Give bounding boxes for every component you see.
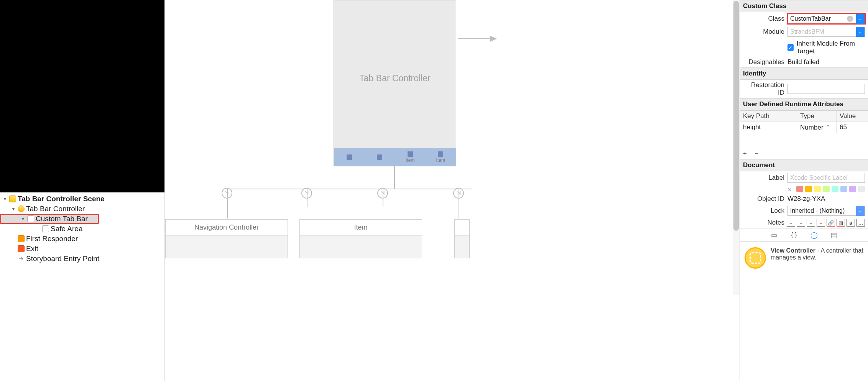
outline-safe-area-row[interactable]: Safe Area bbox=[0, 224, 164, 234]
card-title bbox=[455, 220, 469, 236]
align-center-icon[interactable]: ≡ bbox=[797, 219, 805, 227]
card-body bbox=[455, 236, 469, 258]
tabbar-controller-icon bbox=[18, 205, 25, 212]
library-item-title: View Controller bbox=[771, 247, 815, 254]
label-color-swatches[interactable] bbox=[740, 184, 868, 194]
align-right-icon[interactable]: ≡ bbox=[807, 219, 815, 227]
more-icon[interactable]: … bbox=[856, 219, 865, 227]
scrollbar-track[interactable] bbox=[733, 0, 740, 295]
class-label: Class bbox=[743, 15, 784, 23]
item-controller-card[interactable] bbox=[454, 219, 470, 258]
col-value: Value bbox=[837, 111, 868, 122]
inherit-label: Inherit Module From Target bbox=[797, 40, 865, 55]
section-identity: Identity bbox=[740, 67, 868, 80]
file-template-icon[interactable]: ▭ bbox=[769, 230, 779, 240]
module-field[interactable]: StrandsBFM ⌄ bbox=[787, 27, 865, 37]
disclosure-icon[interactable] bbox=[2, 196, 8, 202]
col-type: Type bbox=[797, 111, 837, 122]
class-value: CustomTabBar bbox=[790, 15, 831, 22]
color-swatch[interactable] bbox=[858, 186, 865, 192]
color-swatch[interactable] bbox=[796, 186, 803, 192]
tab-item-icon bbox=[408, 151, 413, 157]
cell-keypath[interactable]: height bbox=[740, 122, 797, 133]
tab-item-label: Item bbox=[436, 158, 445, 163]
disclosure-icon[interactable] bbox=[20, 216, 26, 222]
scrollbar-thumb[interactable] bbox=[733, 1, 739, 231]
inherit-row[interactable]: ✓ Inherit Module From Target bbox=[740, 38, 868, 57]
tab-bar-item[interactable]: Item bbox=[395, 148, 426, 166]
tab-item-icon bbox=[377, 154, 382, 160]
color-swatch[interactable] bbox=[805, 186, 812, 192]
scene-preview bbox=[0, 0, 164, 192]
tab-bar-item[interactable] bbox=[365, 148, 395, 166]
table-row[interactable]: height Number ⌃ 65 bbox=[740, 122, 868, 133]
code-snippet-icon[interactable]: { } bbox=[789, 230, 799, 240]
custom-tab-bar[interactable]: Item Item bbox=[334, 148, 456, 166]
notes-format-icons[interactable]: ≡ ≡ ≡ ≡ 🔗 ▨ a … bbox=[787, 219, 865, 227]
font-icon[interactable]: a bbox=[847, 219, 855, 227]
outline-tree[interactable]: Tab Bar Controller Scene Tab Bar Control… bbox=[0, 192, 164, 381]
dropdown-caret-icon[interactable]: ⌄ bbox=[856, 27, 865, 37]
media-library-icon[interactable]: ▤ bbox=[829, 230, 838, 240]
lock-field[interactable]: Inherited - (Nothing) ⌄ bbox=[787, 206, 865, 216]
swatch-none-icon[interactable] bbox=[787, 186, 794, 192]
object-library-icon[interactable]: ◯ bbox=[809, 230, 819, 240]
library-tabs[interactable]: ▭ { } ◯ ▤ bbox=[740, 228, 868, 242]
link-icon[interactable]: 🔗 bbox=[827, 219, 835, 227]
outline-custom-tabbar-row[interactable]: Custom Tab Bar bbox=[0, 214, 99, 224]
outline-exit-row[interactable]: Exit bbox=[0, 244, 164, 254]
outline-scene-label: Tab Bar Controller Scene bbox=[18, 195, 105, 203]
color-swatch[interactable] bbox=[840, 186, 847, 192]
outline-first-responder-row[interactable]: First Responder bbox=[0, 234, 164, 244]
library-item-viewcontroller[interactable]: View Controller - A controller that mana… bbox=[740, 242, 868, 274]
dropdown-caret-icon[interactable]: ⌄ bbox=[856, 206, 865, 216]
tabbar-controller-scene[interactable]: Tab Bar Controller Item Item bbox=[334, 0, 456, 166]
runtime-attrs-table[interactable]: Key Path Type Value height Number ⌃ 65 bbox=[740, 110, 868, 148]
doc-label-placeholder: Xcode Specific Label bbox=[790, 174, 847, 181]
color-swatch[interactable] bbox=[823, 186, 830, 192]
cell-type[interactable]: Number ⌃ bbox=[797, 122, 837, 133]
scene-title: Tab Bar Controller bbox=[334, 73, 456, 84]
outline-tbc-row[interactable]: Tab Bar Controller bbox=[0, 204, 164, 214]
nav-controller-card[interactable]: Navigation Controller bbox=[165, 219, 288, 258]
inherit-checkbox[interactable]: ✓ bbox=[787, 44, 794, 51]
lock-row: Lock Inherited - (Nothing) ⌄ bbox=[740, 204, 868, 217]
card-title: Navigation Controller bbox=[166, 220, 288, 236]
color-swatch[interactable] bbox=[814, 186, 821, 192]
designables-value: Build failed bbox=[787, 58, 819, 66]
restoration-field[interactable] bbox=[787, 84, 865, 94]
segue-line bbox=[226, 189, 472, 189]
outline-item-label: Tab Bar Controller bbox=[26, 205, 85, 213]
color-swatch[interactable] bbox=[832, 186, 838, 192]
clear-icon[interactable]: → bbox=[847, 16, 853, 22]
restoration-label: Restoration ID bbox=[743, 81, 784, 97]
object-id-row: Object ID W28-zg-YXA bbox=[740, 194, 868, 204]
add-remove-buttons[interactable]: + − bbox=[740, 148, 868, 159]
tab-bar-item[interactable] bbox=[334, 148, 365, 166]
ib-canvas[interactable]: Tab Bar Controller Item Item ⇲ ⇲ ⇲ ⇲ Nav… bbox=[165, 0, 740, 381]
align-justify-icon[interactable]: ≡ bbox=[817, 219, 825, 227]
object-id-value: W28-zg-YXA bbox=[787, 195, 825, 203]
color-swatch[interactable] bbox=[849, 186, 856, 192]
designables-label: Designables bbox=[743, 58, 784, 66]
outline-entry-point-row[interactable]: Storyboard Entry Point bbox=[0, 254, 164, 264]
notes-label: Notes bbox=[743, 219, 784, 227]
item-controller-card[interactable]: Item bbox=[299, 219, 422, 258]
align-left-icon[interactable]: ≡ bbox=[787, 219, 795, 227]
dropdown-caret-icon[interactable]: ⌄ bbox=[856, 14, 865, 24]
lock-value: Inherited - (Nothing) bbox=[790, 207, 845, 214]
outline-item-label: First Responder bbox=[26, 235, 78, 243]
tab-bar-item[interactable]: Item bbox=[426, 148, 456, 166]
outline-scene-row[interactable]: Tab Bar Controller Scene bbox=[0, 194, 164, 204]
view-icon bbox=[27, 215, 34, 222]
disclosure-icon[interactable] bbox=[11, 206, 16, 212]
class-row: Class CustomTabBar → ⌄ bbox=[740, 12, 868, 25]
doc-label-field[interactable]: Xcode Specific Label bbox=[787, 173, 865, 183]
image-icon[interactable]: ▨ bbox=[837, 219, 845, 227]
class-field[interactable]: CustomTabBar → ⌄ bbox=[787, 14, 865, 24]
outline-item-label: Safe Area bbox=[51, 225, 82, 233]
exit-icon bbox=[18, 245, 25, 252]
segue-line bbox=[394, 166, 395, 189]
segue-line bbox=[227, 189, 228, 218]
cell-value[interactable]: 65 bbox=[837, 122, 868, 133]
